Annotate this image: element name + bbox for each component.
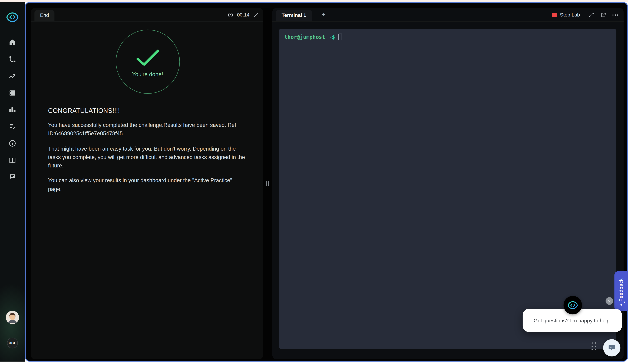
info-icon[interactable] <box>6 139 18 147</box>
congrats-paragraph: You can also view your results in your d… <box>48 176 247 193</box>
main-container: End 00:14 <box>25 2 628 362</box>
done-text: You're done! <box>132 71 163 77</box>
instructions-tabbar: End 00:14 <box>31 8 263 22</box>
instructions-panel: End 00:14 <box>31 8 263 359</box>
check-icon <box>135 49 160 67</box>
chat-launcher-icon <box>608 344 616 352</box>
open-in-new-icon[interactable] <box>600 12 606 18</box>
terminal-tabbar: Terminal 1 + Stop Lab <box>272 8 624 22</box>
instructions-content: You're done! CONGRATULATIONS!!!! You hav… <box>48 29 247 355</box>
page-top-strip <box>0 0 628 2</box>
timer-value: 00:14 <box>237 12 249 17</box>
sidebar: RBL <box>0 2 25 362</box>
terminal-cursor <box>339 34 342 40</box>
kodekloud-chat-logo-icon <box>567 299 578 311</box>
feedback-tab[interactable]: Feedback ✦ <box>614 271 628 311</box>
sparkle-icon: ✦ <box>619 302 623 308</box>
sidebar-nav <box>0 38 25 181</box>
home-icon[interactable] <box>6 38 18 47</box>
terminal-prompt-symbol: ~$ <box>329 34 335 40</box>
terminal-prompt-user: thor@jumphost <box>284 34 325 40</box>
learning-path-icon[interactable] <box>6 55 18 63</box>
instructions-controls: 00:14 <box>227 8 259 22</box>
stop-lab-button[interactable]: Stop Lab <box>550 11 582 18</box>
terminal-controls: Stop Lab <box>550 8 618 22</box>
timer-clock-icon <box>227 12 233 18</box>
chat-launcher[interactable] <box>603 339 621 357</box>
tab-terminal-1[interactable]: Terminal 1 <box>276 10 312 21</box>
more-options-icon[interactable] <box>612 14 618 15</box>
leaderboard-icon[interactable] <box>6 106 18 114</box>
playgrounds-icon[interactable] <box>6 89 18 97</box>
avatar-face <box>6 311 19 324</box>
feedback-label: Feedback <box>618 274 624 302</box>
support-chat-icon[interactable] <box>6 173 18 181</box>
user-avatar[interactable] <box>6 311 19 324</box>
practice-edit-icon[interactable] <box>6 123 18 131</box>
congrats-paragraph: That might have been an easy task for yo… <box>48 145 247 170</box>
tab-end[interactable]: End <box>34 10 55 21</box>
kodekloud-logo-icon <box>6 10 19 24</box>
new-terminal-button[interactable]: + <box>319 10 328 20</box>
congrats-paragraph: You have successfully completed the chal… <box>48 121 247 138</box>
success-circle: You're done! <box>115 30 180 94</box>
drag-handle-dots[interactable] <box>592 342 596 350</box>
chat-close-icon[interactable]: ✕ <box>606 297 613 305</box>
congrats-heading: CONGRATULATIONS!!!! <box>48 107 247 115</box>
stop-icon <box>552 13 557 17</box>
rbl-badge[interactable]: RBL <box>7 338 18 349</box>
kodekloud-logo[interactable] <box>6 10 19 24</box>
growth-icon[interactable] <box>6 72 18 80</box>
app: RBL End 00:14 <box>0 0 628 364</box>
expand-terminal-icon[interactable] <box>588 12 594 18</box>
expand-panel-icon[interactable] <box>253 12 259 18</box>
chat-message-text: Got questions? I'm happy to help. <box>534 317 611 323</box>
docs-book-icon[interactable] <box>6 156 18 164</box>
chat-assistant-avatar[interactable] <box>564 296 582 314</box>
panel-resize-handle[interactable] <box>263 8 272 359</box>
